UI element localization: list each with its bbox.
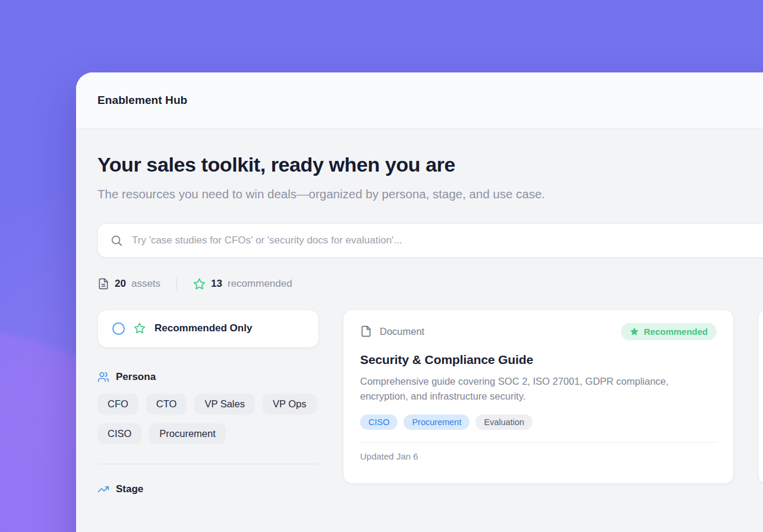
- app-body: Your sales toolkit, ready when you are T…: [76, 129, 763, 532]
- recommended-badge-label: Recommended: [644, 327, 708, 337]
- star-icon: [134, 322, 146, 334]
- page-subtitle: The resources you need to win deals—orga…: [97, 185, 589, 204]
- star-icon: [193, 278, 206, 290]
- assets-label: assets: [131, 278, 160, 290]
- radio-circle-icon[interactable]: [112, 322, 125, 335]
- star-filled-icon: [630, 327, 639, 336]
- asset-card-security-compliance-guide[interactable]: Document Recommended Security & Complian…: [343, 309, 734, 484]
- app-header: Enablement Hub: [76, 72, 763, 129]
- asset-type: Document: [360, 325, 424, 338]
- persona-chip-cfo[interactable]: CFO: [97, 394, 138, 414]
- recommended-count: 13: [211, 278, 222, 290]
- persona-chip-cto[interactable]: CTO: [146, 394, 187, 414]
- search-input[interactable]: [132, 235, 726, 246]
- recommended-badge: Recommended: [621, 323, 717, 340]
- asset-updated-date: Updated Jan 6: [360, 451, 717, 461]
- tag-ciso[interactable]: CISO: [360, 414, 398, 430]
- recommended-stat: 13 recommended: [193, 278, 292, 290]
- tag-evaluation[interactable]: Evaluation: [475, 414, 532, 430]
- assets-stat: 20 assets: [97, 278, 160, 290]
- tag-procurement[interactable]: Procurement: [403, 414, 469, 430]
- file-text-icon: [97, 278, 109, 290]
- assets-count: 20: [115, 278, 126, 290]
- content-columns: Recommended Only Persona CFO CTO VP Sale…: [97, 309, 763, 495]
- page-background: Enablement Hub Your sales toolkit, ready…: [0, 0, 763, 532]
- persona-filter-title: Persona: [116, 371, 156, 383]
- persona-chip-ciso[interactable]: CISO: [97, 423, 141, 444]
- asset-card-header: Document Recommended: [360, 323, 717, 340]
- enablement-hub-window: Enablement Hub Your sales toolkit, ready…: [76, 72, 763, 532]
- asset-description: Comprehensive guide covering SOC 2, ISO …: [360, 374, 710, 404]
- filter-sidebar: Recommended Only Persona CFO CTO VP Sale…: [97, 309, 319, 495]
- asset-type-label: Document: [380, 326, 424, 337]
- search-icon: [110, 234, 123, 247]
- search-bar[interactable]: [97, 223, 763, 258]
- asset-title: Security & Compliance Guide: [360, 353, 717, 367]
- recommended-label: recommended: [228, 278, 292, 290]
- users-icon: [97, 371, 109, 383]
- recommended-only-toggle[interactable]: Recommended Only: [97, 309, 319, 348]
- persona-chip-list: CFO CTO VP Sales VP Ops CISO Procurement: [97, 394, 319, 444]
- persona-chip-vp-sales[interactable]: VP Sales: [194, 394, 255, 414]
- app-title: Enablement Hub: [97, 94, 187, 107]
- asset-card-divider: [359, 442, 718, 443]
- persona-chip-procurement[interactable]: Procurement: [149, 423, 225, 444]
- trending-up-icon: [97, 483, 109, 495]
- sidebar-divider: [97, 464, 319, 464]
- stage-filter-title: Stage: [116, 483, 143, 495]
- page-title: Your sales toolkit, ready when you are: [97, 153, 763, 176]
- stats-row: 20 assets 13 recommended: [97, 277, 763, 291]
- asset-card-partial[interactable]: [758, 309, 763, 484]
- stage-filter-header: Stage: [97, 483, 319, 495]
- persona-filter-header: Persona: [97, 371, 319, 383]
- persona-chip-vp-ops[interactable]: VP Ops: [263, 394, 317, 414]
- stats-divider: [176, 277, 177, 291]
- file-icon: [360, 325, 372, 338]
- recommended-only-label: Recommended Only: [155, 322, 252, 334]
- asset-tag-list: CISO Procurement Evaluation: [360, 414, 717, 430]
